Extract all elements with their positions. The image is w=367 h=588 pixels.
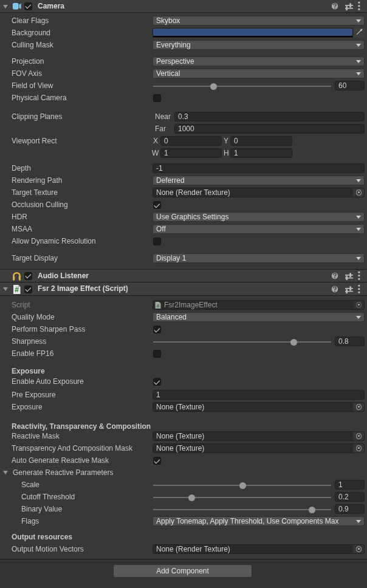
svg-text:#: # [157, 303, 160, 309]
svg-text:#: # [15, 285, 19, 294]
